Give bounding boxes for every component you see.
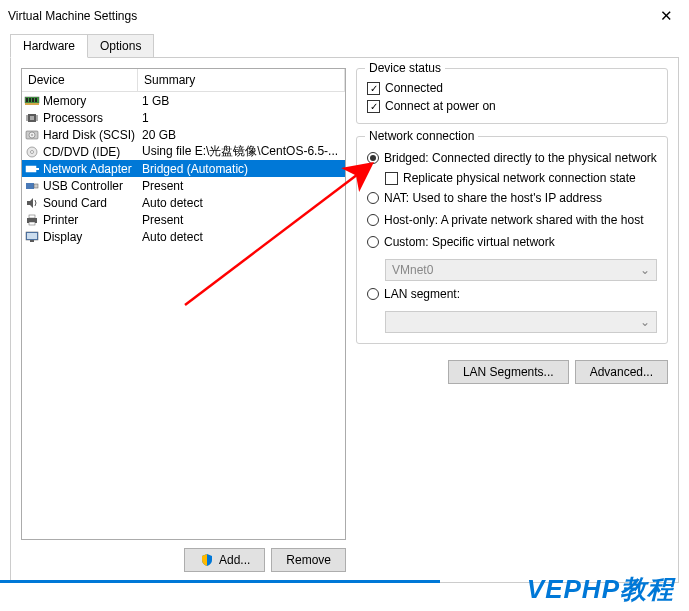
hostonly-label: Host-only: A private network shared with… [384,213,657,227]
device-cell: Memory [22,94,138,108]
device-summary: Bridged (Automatic) [138,162,345,176]
left-button-row: Add... Remove [21,548,346,572]
svg-rect-4 [35,98,37,102]
tab-options[interactable]: Options [87,34,154,58]
checkbox-icon: ✓ [367,100,380,113]
connect-power-checkbox[interactable]: ✓ Connect at power on [367,99,657,113]
device-row-cd[interactable]: CD/DVD (IDE) Using file E:\光盘镜像\CentOS-6… [22,143,345,160]
device-row-memory[interactable]: Memory 1 GB [22,92,345,109]
device-summary: 1 [138,111,345,125]
header-device[interactable]: Device [22,69,138,91]
radio-icon [367,236,379,248]
device-summary: Present [138,179,345,193]
device-name: Hard Disk (SCSI) [43,128,135,142]
device-summary: Auto detect [138,196,345,210]
radio-icon [367,214,379,226]
window-title: Virtual Machine Settings [8,9,137,23]
network-icon [24,162,40,176]
custom-label: Custom: Specific virtual network [384,235,657,249]
radio-icon [367,192,379,204]
device-cell: Network Adapter [22,162,138,176]
radio-lan[interactable]: LAN segment: [367,285,657,303]
device-summary: Auto detect [138,230,345,244]
device-name: Sound Card [43,196,107,210]
shield-icon [199,553,215,567]
device-list: Device Summary Memory 1 GB Processors 1 … [21,68,346,540]
device-cell: CD/DVD (IDE) [22,145,138,159]
tab-hardware[interactable]: Hardware [10,34,88,58]
close-button[interactable]: ✕ [651,6,681,26]
lan-select: ⌄ [385,311,657,333]
replicate-label: Replicate physical network connection st… [403,171,636,185]
radio-icon [367,288,379,300]
device-row-display[interactable]: Display Auto detect [22,228,345,245]
device-name: CD/DVD (IDE) [43,145,120,159]
checkbox-icon: ✓ [367,82,380,95]
cd-icon [24,145,40,159]
device-cell: Sound Card [22,196,138,210]
lan-segments-button[interactable]: LAN Segments... [448,360,569,384]
vmnet-select: VMnet0 ⌄ [385,259,657,281]
content-area: Device Summary Memory 1 GB Processors 1 … [10,58,679,583]
svg-rect-20 [36,168,39,170]
device-name: Memory [43,94,86,108]
radio-nat[interactable]: NAT: Used to share the host's IP address [367,189,657,207]
device-cell: Processors [22,111,138,125]
vmnet-value: VMnet0 [392,263,433,277]
usb-icon [24,179,40,193]
nat-label: NAT: Used to share the host's IP address [384,191,657,205]
svg-rect-27 [27,233,37,239]
device-list-header: Device Summary [22,69,345,92]
header-summary[interactable]: Summary [138,69,345,91]
device-name: Network Adapter [43,162,132,176]
add-button[interactable]: Add... [184,548,265,572]
device-row-usb[interactable]: USB Controller Present [22,177,345,194]
device-cell: Display [22,230,138,244]
device-cell: USB Controller [22,179,138,193]
memory-icon [24,94,40,108]
printer-icon [24,213,40,227]
titlebar: Virtual Machine Settings ✕ [0,0,689,32]
svg-rect-19 [26,166,36,172]
connect-power-label: Connect at power on [385,99,496,113]
device-name: Processors [43,111,103,125]
right-panel: Device status ✓ Connected ✓ Connect at p… [356,68,668,572]
device-cell: Hard Disk (SCSI) [22,128,138,142]
device-name: Display [43,230,82,244]
device-row-network[interactable]: Network Adapter Bridged (Automatic) [22,160,345,177]
sound-icon [24,196,40,210]
device-row-cpu[interactable]: Processors 1 [22,109,345,126]
device-name: Printer [43,213,78,227]
device-summary: Using file E:\光盘镜像\CentOS-6.5-... [138,143,345,160]
svg-point-18 [31,150,34,153]
chevron-down-icon: ⌄ [640,315,650,329]
device-row-sound[interactable]: Sound Card Auto detect [22,194,345,211]
footer-line [0,580,440,583]
device-cell: Printer [22,213,138,227]
remove-button[interactable]: Remove [271,548,346,572]
radio-hostonly[interactable]: Host-only: A private network shared with… [367,211,657,229]
network-title: Network connection [365,129,478,143]
device-row-hdd[interactable]: Hard Disk (SCSI) 20 GB [22,126,345,143]
bridged-label: Bridged: Connected directly to the physi… [384,151,657,165]
svg-rect-7 [30,116,34,120]
svg-rect-2 [29,98,31,102]
hdd-icon [24,128,40,142]
connected-checkbox[interactable]: ✓ Connected [367,81,657,95]
device-summary: 20 GB [138,128,345,142]
checkbox-icon [385,172,398,185]
device-row-printer[interactable]: Printer Present [22,211,345,228]
svg-rect-1 [26,98,28,102]
radio-custom[interactable]: Custom: Specific virtual network [367,233,657,251]
svg-rect-24 [29,215,35,218]
device-status-group: Device status ✓ Connected ✓ Connect at p… [356,68,668,124]
chevron-down-icon: ⌄ [640,263,650,277]
device-name: USB Controller [43,179,123,193]
right-button-row: LAN Segments... Advanced... [356,360,668,384]
radio-bridged[interactable]: Bridged: Connected directly to the physi… [367,149,657,167]
svg-point-16 [31,134,32,135]
lan-label: LAN segment: [384,287,657,301]
advanced-button[interactable]: Advanced... [575,360,668,384]
device-status-title: Device status [365,61,445,75]
replicate-checkbox[interactable]: Replicate physical network connection st… [385,171,657,185]
